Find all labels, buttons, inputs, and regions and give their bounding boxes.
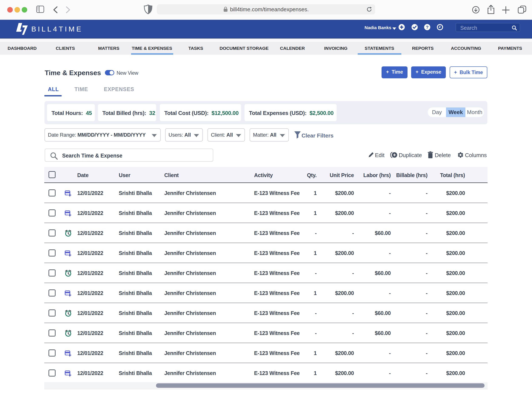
svg-text:?: ? (426, 25, 429, 30)
